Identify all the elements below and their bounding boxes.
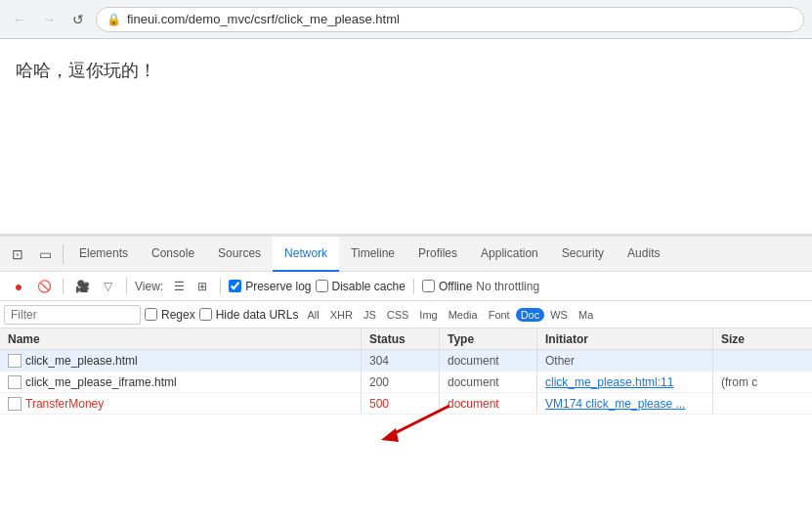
devtools-panel: ⊡ ▭ Elements Console Sources Network Tim… <box>0 235 812 526</box>
camera-icon: 🎥 <box>75 280 90 293</box>
devtools-tab-bar: ⊡ ▭ Elements Console Sources Network Tim… <box>0 237 812 272</box>
browser-toolbar: ← → ↺ 🔒 fineui.com/demo_mvc/csrf/click_m… <box>0 0 812 39</box>
forward-icon: → <box>42 12 56 27</box>
view-list-icon: ☰ <box>174 280 185 293</box>
tab-audits[interactable]: Audits <box>616 237 671 272</box>
preserve-log-checkbox[interactable] <box>229 280 241 292</box>
regex-label[interactable]: Regex <box>145 308 195 322</box>
filter-xhr-btn[interactable]: XHR <box>325 308 358 322</box>
offline-text: Offline <box>439 280 472 293</box>
table-row[interactable]: TransferMoney 500 document VM174 click_m… <box>0 393 812 415</box>
filter-media-btn[interactable]: Media <box>444 308 483 322</box>
filter-button[interactable]: ▽ <box>97 276 118 297</box>
page-text: 哈哈，逗你玩的！ <box>16 61 156 80</box>
header-initiator: Initiator <box>537 329 713 349</box>
tab-profiles[interactable]: Profiles <box>406 237 469 272</box>
toolbar-separator-3 <box>220 279 221 294</box>
record-button[interactable]: ● <box>8 276 29 297</box>
preserve-log-label[interactable]: Preserve log <box>229 280 311 293</box>
filter-js-btn[interactable]: JS <box>359 308 381 322</box>
disable-cache-text: Disable cache <box>332 280 406 293</box>
row-1-initiator: Other <box>537 350 713 371</box>
tab-elements[interactable]: Elements <box>67 237 140 272</box>
row-1-size <box>713 350 791 371</box>
tab-separator-1 <box>63 244 64 264</box>
toolbar-separator-2 <box>126 279 127 294</box>
row-1-name: click_me_please.html <box>0 350 362 371</box>
row-3-name: TransferMoney <box>0 393 362 414</box>
row-2-initiator: click_me_please.html:11 <box>537 372 713 392</box>
filter-img-btn[interactable]: Img <box>414 308 442 322</box>
row-1-status: 304 <box>362 350 440 371</box>
tab-network[interactable]: Network <box>273 237 339 272</box>
row-2-size: (from c <box>713 372 791 392</box>
row-1-type: document <box>440 350 537 371</box>
row-3-size <box>713 393 791 414</box>
hide-data-urls-checkbox[interactable] <box>199 308 212 321</box>
view-tree-icon: ⊞ <box>197 280 207 293</box>
table-row[interactable]: click_me_please.html 304 document Other <box>0 350 812 372</box>
filter-ws-btn[interactable]: WS <box>545 308 573 322</box>
row-3-type: document <box>440 393 537 414</box>
tab-application[interactable]: Application <box>469 237 550 272</box>
filter-css-btn[interactable]: CSS <box>382 308 414 322</box>
url-text: fineui.com/demo_mvc/csrf/click_me_please… <box>127 12 400 26</box>
toolbar-separator-1 <box>63 279 64 294</box>
filter-icon: ▽ <box>104 280 112 293</box>
phone-icon-btn[interactable]: ▭ <box>31 241 59 268</box>
filter-bar: Regex Hide data URLs All XHR JS CSS Img … <box>0 301 812 329</box>
tab-sources[interactable]: Sources <box>206 237 273 272</box>
table-header: Name Status Type Initiator Size <box>0 329 812 350</box>
lock-icon: 🔒 <box>107 13 121 26</box>
header-type: Type <box>440 329 537 349</box>
view-tree-button[interactable]: ⊞ <box>192 277 212 296</box>
hide-data-urls-text: Hide data URLs <box>216 308 299 322</box>
filter-doc-btn[interactable]: Doc <box>516 308 545 322</box>
row-2-status: 200 <box>362 372 440 392</box>
offline-label[interactable]: Offline <box>422 280 472 293</box>
filter-ma-btn[interactable]: Ma <box>574 308 598 322</box>
view-list-button[interactable]: ☰ <box>169 277 189 296</box>
tab-timeline[interactable]: Timeline <box>339 237 406 272</box>
forward-button[interactable]: → <box>37 8 61 31</box>
camera-button[interactable]: 🎥 <box>71 276 93 297</box>
clear-button[interactable]: 🚫 <box>33 276 55 297</box>
disable-cache-checkbox[interactable] <box>316 280 328 292</box>
row-2-type: document <box>440 372 537 392</box>
refresh-icon: ↺ <box>72 12 84 27</box>
view-label: View: <box>135 280 163 293</box>
table-row[interactable]: click_me_please_iframe.html 200 document… <box>0 372 812 393</box>
filter-type-buttons: All XHR JS CSS Img Media Font Doc WS Ma <box>302 308 598 322</box>
row-3-initiator: VM174 click_me_please ... <box>537 393 713 414</box>
throttle-label: No throttling <box>476 280 539 293</box>
offline-checkbox[interactable] <box>422 280 435 292</box>
preserve-log-text: Preserve log <box>245 280 311 293</box>
refresh-button[interactable]: ↺ <box>66 8 90 31</box>
back-button[interactable]: ← <box>8 8 31 31</box>
header-status: Status <box>362 329 440 349</box>
network-table: Name Status Type Initiator Size click_me… <box>0 329 812 526</box>
regex-checkbox[interactable] <box>145 308 157 321</box>
row-3-status: 500 <box>362 393 440 414</box>
tab-security[interactable]: Security <box>550 237 616 272</box>
filter-all-btn[interactable]: All <box>302 308 323 322</box>
filter-font-btn[interactable]: Font <box>484 308 515 322</box>
row-2-name: click_me_please_iframe.html <box>0 372 362 392</box>
svg-marker-1 <box>381 428 399 442</box>
address-bar[interactable]: 🔒 fineui.com/demo_mvc/csrf/click_me_plea… <box>96 7 804 32</box>
cursor-icon-btn[interactable]: ⊡ <box>4 241 31 268</box>
file-icon <box>8 354 21 368</box>
network-toolbar: ● 🚫 🎥 ▽ View: ☰ ⊞ Preserve log Disable c… <box>0 272 812 301</box>
disable-cache-label[interactable]: Disable cache <box>316 280 406 293</box>
hide-data-urls-label[interactable]: Hide data URLs <box>199 308 299 322</box>
back-icon: ← <box>13 12 26 27</box>
record-icon: ● <box>15 279 22 294</box>
arrow-container: TransferMoney 500 document VM174 click_m… <box>0 393 812 415</box>
tab-console[interactable]: Console <box>140 237 206 272</box>
clear-icon: 🚫 <box>37 280 52 293</box>
toolbar-separator-4 <box>413 279 414 294</box>
filter-input[interactable] <box>4 305 141 325</box>
header-size: Size <box>713 329 791 349</box>
regex-text: Regex <box>161 308 195 322</box>
page-content: 哈哈，逗你玩的！ <box>0 39 812 235</box>
